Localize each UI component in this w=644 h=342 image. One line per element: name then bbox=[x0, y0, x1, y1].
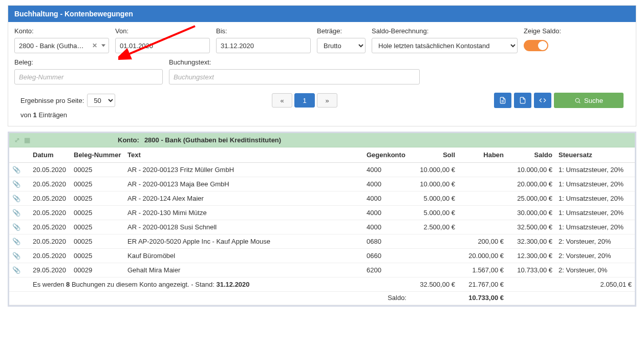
bis-label: Bis: bbox=[216, 27, 311, 35]
cell-saldo: 10.733,00 € bbox=[507, 263, 555, 277]
cell-text: AR - 2020-00123 Fritz Müller GmbH bbox=[124, 163, 363, 177]
attachment-icon[interactable]: 📎 bbox=[9, 177, 30, 191]
cell-haben bbox=[458, 191, 507, 206]
attachment-icon[interactable]: 📎 bbox=[9, 163, 30, 177]
cell-steuer: 1: Umsatzsteuer, 20% bbox=[555, 206, 635, 220]
cell-haben: 200,00 € bbox=[458, 234, 507, 249]
footer-steuer-total: 2.050,01 € bbox=[555, 277, 635, 292]
footer-soll-total: 32.500,00 € bbox=[410, 277, 458, 292]
show-saldo-label: Zeige Saldo: bbox=[524, 27, 590, 35]
cell-beleg: 00025 bbox=[71, 191, 124, 206]
col-saldo[interactable]: Saldo bbox=[507, 147, 555, 163]
chevron-down-icon[interactable] bbox=[101, 45, 105, 47]
saldo-calc-label: Saldo-Berechnung: bbox=[372, 27, 518, 35]
attachment-icon[interactable]: 📎 bbox=[9, 206, 30, 220]
cell-gegen: 0660 bbox=[363, 249, 410, 263]
cell-text: Kauf Büromöbel bbox=[124, 249, 363, 263]
page-next-button[interactable]: » bbox=[317, 93, 337, 108]
cell-beleg: 00025 bbox=[71, 249, 124, 263]
expand-icon[interactable]: ⤢ bbox=[13, 136, 20, 144]
export-pdf-button[interactable] bbox=[514, 93, 531, 108]
table-row[interactable]: 📎20.05.202000025Kauf Büromöbel066020.000… bbox=[9, 249, 635, 263]
attachment-icon[interactable]: 📎 bbox=[9, 234, 30, 249]
beleg-label: Beleg: bbox=[14, 58, 163, 66]
attachment-icon[interactable]: 📎 bbox=[9, 263, 30, 277]
cell-haben bbox=[458, 220, 507, 234]
cell-text: ER AP-2020-5020 Apple Inc - Kauf Apple M… bbox=[124, 234, 363, 249]
filter-panel: Buchhaltung - Kontenbewegungen Konto: 28… bbox=[8, 5, 636, 126]
table-row[interactable]: 📎20.05.202000025AR - 2020-00123 Fritz Mü… bbox=[9, 163, 635, 177]
cell-steuer: 1: Umsatzsteuer, 20% bbox=[555, 220, 635, 234]
cell-beleg: 00025 bbox=[71, 177, 124, 191]
konto-select[interactable]: 2800 - Bank (Gutha… ✕ bbox=[14, 38, 109, 53]
cell-datum: 20.05.2020 bbox=[30, 249, 71, 263]
cell-haben bbox=[458, 163, 507, 177]
group-header: ⤢ ▦ Konto: 2800 - Bank (Guthaben bei Kre… bbox=[9, 133, 635, 147]
cell-haben: 1.567,00 € bbox=[458, 263, 507, 277]
table-row[interactable]: 📎20.05.202000025AR - 2020-00128 Susi Sch… bbox=[9, 220, 635, 234]
von-input[interactable] bbox=[115, 38, 210, 53]
cell-datum: 20.05.2020 bbox=[30, 220, 71, 234]
clear-icon[interactable]: ✕ bbox=[92, 42, 97, 49]
table-row[interactable]: 📎29.05.202000029Gehalt Mira Maier62001.5… bbox=[9, 263, 635, 277]
cell-text: AR - 2020-00123 Maja Bee GmbH bbox=[124, 177, 363, 191]
attachment-icon[interactable]: 📎 bbox=[9, 220, 30, 234]
page-1-button[interactable]: 1 bbox=[294, 93, 315, 108]
cell-text: AR - 2020-130 Mimi Mütze bbox=[124, 206, 363, 220]
table-row[interactable]: 📎20.05.202000025AR - 2020-130 Mimi Mütze… bbox=[9, 206, 635, 220]
toggle-knob bbox=[538, 41, 547, 50]
col-haben[interactable]: Haben bbox=[458, 147, 507, 163]
search-button[interactable]: Suche bbox=[554, 93, 624, 108]
table-row[interactable]: 📎20.05.202000025ER AP-2020-5020 Apple In… bbox=[9, 234, 635, 249]
code-icon bbox=[539, 97, 546, 104]
cell-steuer: 2: Vorsteuer, 20% bbox=[555, 234, 635, 249]
von-label: Von: bbox=[115, 27, 210, 35]
table-row[interactable]: 📎20.05.202000025AR - 2020-124 Alex Maier… bbox=[9, 191, 635, 206]
cell-soll: 5.000,00 € bbox=[410, 206, 458, 220]
betraege-select[interactable]: Brutto bbox=[317, 38, 366, 53]
attachment-icon[interactable]: 📎 bbox=[9, 191, 30, 206]
cell-datum: 20.05.2020 bbox=[30, 163, 71, 177]
export-code-button[interactable] bbox=[534, 93, 551, 108]
per-page-select[interactable]: 50 bbox=[87, 94, 115, 107]
col-beleg[interactable]: Beleg-Nummer bbox=[71, 147, 124, 163]
cell-gegen: 4000 bbox=[363, 163, 410, 177]
cell-text: AR - 2020-00128 Susi Schnell bbox=[124, 220, 363, 234]
col-gegen[interactable]: Gegenkonto bbox=[363, 147, 410, 163]
col-text[interactable]: Text bbox=[124, 147, 363, 163]
export-xls-button[interactable] bbox=[494, 93, 511, 108]
svg-point-3 bbox=[575, 98, 579, 102]
col-steuer[interactable]: Steuersatz bbox=[555, 147, 635, 163]
cell-saldo: 20.000,00 € bbox=[507, 177, 555, 191]
cell-beleg: 00025 bbox=[71, 163, 124, 177]
table-row[interactable]: 📎20.05.202000025AR - 2020-00123 Maja Bee… bbox=[9, 177, 635, 191]
cell-gegen: 4000 bbox=[363, 206, 410, 220]
results-info: von 1 Einträgen bbox=[14, 111, 630, 124]
saldo-calc-select[interactable]: Hole letzten tatsächlichen Kontostand bbox=[372, 38, 518, 53]
collapse-icon[interactable]: ▦ bbox=[24, 136, 31, 144]
cell-gegen: 4000 bbox=[363, 177, 410, 191]
cell-datum: 29.05.2020 bbox=[30, 263, 71, 277]
cell-gegen: 4000 bbox=[363, 220, 410, 234]
cell-saldo: 32.500,00 € bbox=[507, 220, 555, 234]
bis-input[interactable] bbox=[216, 38, 311, 53]
cell-beleg: 00025 bbox=[71, 206, 124, 220]
cell-haben: 20.000,00 € bbox=[458, 249, 507, 263]
pagination: « 1 » bbox=[272, 93, 337, 108]
cell-steuer: 1: Umsatzsteuer, 20% bbox=[555, 177, 635, 191]
buchungstext-input[interactable] bbox=[169, 69, 420, 84]
cell-datum: 20.05.2020 bbox=[30, 206, 71, 220]
konto-label: Konto: bbox=[14, 27, 109, 35]
show-saldo-toggle[interactable]: ✔ bbox=[524, 40, 548, 51]
attachment-icon[interactable]: 📎 bbox=[9, 249, 30, 263]
page-prev-button[interactable]: « bbox=[272, 93, 292, 108]
cell-soll: 10.000,00 € bbox=[410, 163, 458, 177]
cell-datum: 20.05.2020 bbox=[30, 177, 71, 191]
col-soll[interactable]: Soll bbox=[410, 147, 458, 163]
results-table-wrap: ⤢ ▦ Konto: 2800 - Bank (Guthaben bei Kre… bbox=[8, 132, 636, 307]
cell-steuer: 2: Vorsteuer, 0% bbox=[555, 263, 635, 277]
beleg-input[interactable] bbox=[14, 69, 163, 84]
col-datum[interactable]: Datum bbox=[30, 147, 71, 163]
cell-gegen: 6200 bbox=[363, 263, 410, 277]
cell-text: Gehalt Mira Maier bbox=[124, 263, 363, 277]
